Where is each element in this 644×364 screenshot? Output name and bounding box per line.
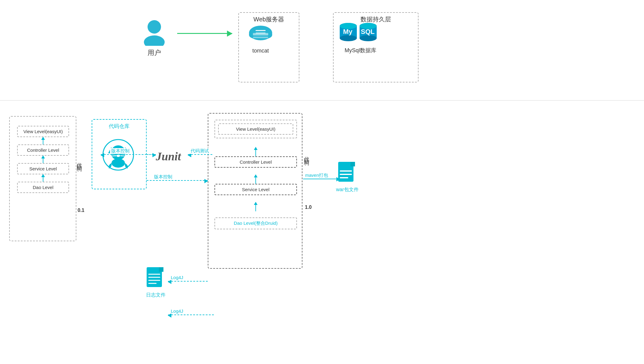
main-controller-level: Controller Level (214, 156, 297, 168)
svg-rect-6 (253, 37, 268, 38)
version-control-back-arrow (101, 154, 147, 155)
main-service-level: Service Level (214, 184, 297, 195)
left-controller-level: Controller Level (17, 144, 69, 156)
svg-rect-36 (350, 162, 355, 166)
code-struct-10-version: 1.0 (305, 205, 312, 210)
code-struct-01-box: View Level(easyUI) Controller Level Serv… (9, 116, 76, 241)
user-label: 用户 (148, 48, 161, 57)
log4j-2-label: Log4J (170, 308, 185, 314)
mysql-icon-area: My SQL MySql数据库 (338, 20, 383, 54)
version-control-1-arrow-r (147, 154, 156, 155)
svg-rect-42 (159, 267, 163, 272)
code-struct-01-version: 0.1 (78, 208, 84, 213)
code-test-label: 代码测试 (189, 148, 210, 154)
tomcat-label: tomcat (252, 48, 269, 54)
main-code-box: View Level(easyUI) Controller Level Serv… (208, 113, 302, 269)
war-file-area: war包文件 (336, 160, 359, 193)
maven-pack-label: maven打包 (304, 173, 329, 178)
war-file-label: war包文件 (336, 187, 359, 193)
left-service-level: Service Level (17, 163, 69, 174)
main-view-level: View Level(easyUI) (218, 123, 293, 135)
user-icon (141, 18, 168, 46)
top-section: Web服务器 数据持久层 用户 tomcat (0, 0, 644, 101)
svg-text:My: My (343, 28, 353, 35)
svg-point-27 (116, 155, 120, 157)
code-struct-10-label: 代码结构 (303, 153, 310, 158)
tomcat-icon-area: tomcat (247, 21, 274, 54)
repo-label: 代码仓库 (92, 123, 146, 130)
svg-point-32 (112, 158, 125, 168)
svg-point-11 (340, 35, 357, 41)
user-to-tomcat-arrow (177, 33, 232, 34)
svg-line-29 (111, 156, 116, 156)
log4j-2-arrow (168, 315, 214, 315)
mysql-icon: My SQL (338, 20, 383, 44)
log4j-1-label: Log4J (170, 275, 185, 280)
log-file-area: 日志文件 (145, 266, 166, 298)
svg-point-1 (144, 35, 165, 46)
mysql-label: MySql数据库 (345, 47, 376, 54)
svg-text:SQL: SQL (361, 28, 375, 35)
svg-line-31 (120, 156, 126, 156)
user-figure: 用户 (141, 18, 168, 57)
log-file-label: 日志文件 (146, 292, 166, 298)
svg-point-15 (360, 35, 377, 41)
github-icon (101, 138, 135, 173)
code-struct-01-label: 代码结构 (76, 159, 83, 164)
left-dao-level: Dao Level (17, 182, 69, 193)
log4j-1-arrow (168, 281, 208, 282)
left-view-level: View Level(easyUI) (17, 126, 69, 137)
version-control-2-arrow (147, 180, 208, 181)
log-file-icon (145, 266, 166, 290)
main-dao-level: Dao Level(整合Druid) (214, 217, 297, 229)
junit-area: Junit (156, 148, 186, 165)
code-test-arrow (188, 154, 212, 155)
svg-rect-5 (253, 33, 268, 35)
version-control-2-label: 版本控制 (153, 174, 174, 180)
bottom-section: View Level(easyUI) Controller Level Serv… (0, 101, 644, 364)
svg-text:Junit: Junit (156, 150, 181, 163)
tomcat-icon (247, 21, 274, 46)
version-control-1-label: 版本控制 (110, 148, 131, 154)
maven-pack-arrow (303, 179, 340, 179)
svg-point-0 (148, 20, 161, 34)
